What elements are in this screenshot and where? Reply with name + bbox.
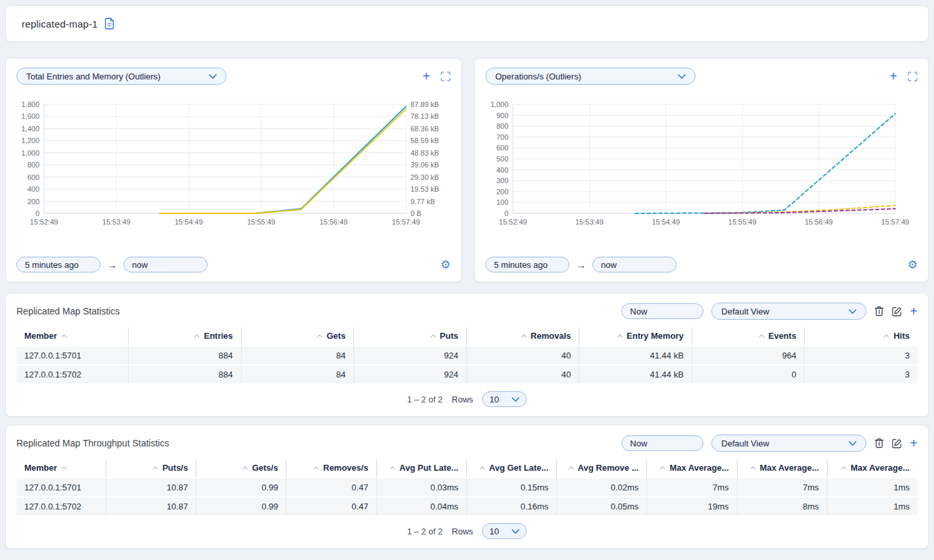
sort-caret-icon — [759, 334, 765, 337]
rows-per-page-select[interactable]: 10 — [482, 523, 527, 539]
table-cell: 10.87 — [106, 477, 196, 496]
column-label: Gets — [326, 331, 345, 341]
edit-view-icon[interactable] — [892, 307, 902, 316]
settings-gear-icon[interactable]: ⚙ — [441, 259, 451, 270]
table-cell: 7ms — [647, 477, 737, 496]
column-header-avg-remove[interactable]: Avg Remove ... — [557, 460, 647, 477]
column-label: Puts — [440, 331, 458, 341]
sort-caret-icon — [479, 466, 485, 469]
metric-select[interactable]: Total Entries and Memory (Outliers) — [16, 68, 227, 85]
column-header-puts-s[interactable]: Puts/s — [106, 460, 196, 477]
member-cell: 127.0.0.1:5701 — [16, 477, 106, 496]
sort-caret-icon — [242, 466, 248, 469]
view-select[interactable]: Default View — [711, 435, 866, 452]
delete-view-icon[interactable] — [874, 306, 884, 316]
sort-caret-icon — [313, 466, 319, 469]
table-cell: 3 — [805, 364, 918, 383]
chart-series-total-entries — [160, 106, 406, 213]
column-header-events[interactable]: Events — [692, 328, 805, 345]
column-header-removals[interactable]: Removals — [467, 328, 580, 345]
svg-text:78.13 kB: 78.13 kB — [411, 112, 439, 120]
time-to-input[interactable]: now — [592, 257, 677, 272]
column-header-puts[interactable]: Puts — [354, 328, 467, 345]
column-label: Avg Put Late... — [399, 463, 458, 473]
time-from-input[interactable]: 5 minutes ago — [485, 257, 569, 272]
add-chart-icon[interactable]: + — [422, 70, 430, 83]
time-point-input[interactable]: Now — [621, 435, 703, 451]
table-cell: 40 — [467, 364, 580, 383]
delete-view-icon[interactable] — [874, 438, 884, 448]
column-header-max-average[interactable]: Max Average... — [647, 460, 737, 477]
column-header-max-average[interactable]: Max Average... — [828, 460, 918, 477]
view-select-value: Default View — [721, 307, 769, 316]
page-title: replicated-map-1 — [22, 18, 98, 30]
add-view-icon[interactable]: + — [910, 305, 918, 318]
rows-per-page-value: 10 — [489, 395, 499, 404]
svg-text:15:53:49: 15:53:49 — [575, 218, 604, 226]
arrow-right-icon: → — [576, 259, 586, 270]
rows-label: Rows — [452, 527, 474, 536]
column-header-member[interactable]: Member — [16, 328, 129, 345]
svg-text:68.36 kB: 68.36 kB — [411, 125, 439, 133]
table-cell: 1ms — [828, 477, 918, 496]
table-cell: 884 — [129, 364, 242, 383]
column-header-avg-put-late[interactable]: Avg Put Late... — [377, 460, 467, 477]
sort-caret-icon — [841, 466, 847, 469]
time-from-input[interactable]: 5 minutes ago — [16, 257, 100, 272]
table-cell: 0.47 — [286, 477, 376, 496]
operations-line-chart: 15:52:4915:53:4915:54:4915:55:4915:56:49… — [485, 100, 918, 235]
svg-text:15:57:49: 15:57:49 — [392, 218, 420, 226]
table-row[interactable]: 127.0.0.1:570110.870.990.470.03ms0.15ms0… — [16, 477, 918, 496]
sort-caret-icon — [61, 466, 67, 469]
table-cell: 0.04ms — [377, 496, 467, 515]
settings-gear-icon[interactable]: ⚙ — [908, 259, 918, 270]
svg-text:1,000: 1,000 — [490, 100, 508, 108]
time-point-input[interactable]: Now — [621, 303, 703, 319]
table-row[interactable]: 127.0.0.1:5702884849244041.44 kB03 — [16, 364, 918, 383]
column-header-entry-memory[interactable]: Entry Memory — [579, 328, 692, 345]
column-header-max-average[interactable]: Max Average... — [738, 460, 828, 477]
column-label: Events — [768, 331, 797, 341]
column-header-gets-s[interactable]: Gets/s — [196, 460, 286, 477]
view-select[interactable]: Default View — [711, 303, 866, 320]
svg-text:200: 200 — [497, 188, 508, 196]
svg-text:39.06 kB: 39.06 kB — [411, 161, 439, 169]
svg-text:15:54:49: 15:54:49 — [175, 218, 203, 226]
column-label: Member — [24, 463, 57, 473]
column-header-member[interactable]: Member — [16, 460, 106, 477]
fullscreen-icon[interactable] — [441, 72, 451, 81]
metric-select[interactable]: Operations/s (Outliers) — [485, 68, 696, 85]
column-label: Entry Memory — [627, 331, 684, 341]
replicated-map-statistics-card: Replicated Map Statistics Now Default Vi… — [5, 293, 929, 417]
table-cell: 84 — [242, 364, 355, 383]
rows-per-page-value: 10 — [489, 527, 499, 536]
table-cell: 0.03ms — [377, 477, 467, 496]
table-cell: 1ms — [828, 496, 918, 515]
metric-select-value: Operations/s (Outliers) — [495, 72, 581, 81]
table-cell: 8ms — [738, 496, 828, 515]
table-title: Replicated Map Statistics — [16, 306, 120, 316]
add-view-icon[interactable]: + — [910, 437, 918, 450]
column-label: Max Average... — [760, 463, 819, 473]
table-header-row: MemberPuts/sGets/sRemoves/sAvg Put Late.… — [16, 460, 918, 477]
svg-text:300: 300 — [497, 177, 508, 184]
replicated-map-throughput-statistics-table: MemberPuts/sGets/sRemoves/sAvg Put Late.… — [16, 460, 918, 515]
chevron-down-icon — [209, 74, 217, 79]
document-icon[interactable] — [104, 18, 114, 30]
edit-view-icon[interactable] — [892, 439, 902, 448]
table-cell: 924 — [354, 345, 467, 364]
column-header-gets[interactable]: Gets — [242, 328, 355, 345]
table-cell: 964 — [692, 345, 805, 364]
svg-text:400: 400 — [28, 185, 39, 193]
sort-caret-icon — [194, 334, 200, 337]
table-row[interactable]: 127.0.0.1:5701884849244041.44 kB9643 — [16, 345, 918, 364]
column-header-hits[interactable]: Hits — [805, 328, 918, 345]
fullscreen-icon[interactable] — [908, 72, 918, 81]
column-header-avg-get-late[interactable]: Avg Get Late... — [467, 460, 557, 477]
table-row[interactable]: 127.0.0.1:570210.870.990.470.04ms0.16ms0… — [16, 496, 918, 515]
rows-per-page-select[interactable]: 10 — [482, 391, 527, 407]
column-header-removes-s[interactable]: Removes/s — [286, 460, 376, 477]
time-to-input[interactable]: now — [123, 257, 208, 272]
add-chart-icon[interactable]: + — [889, 70, 897, 83]
column-header-entries[interactable]: Entries — [129, 328, 242, 345]
